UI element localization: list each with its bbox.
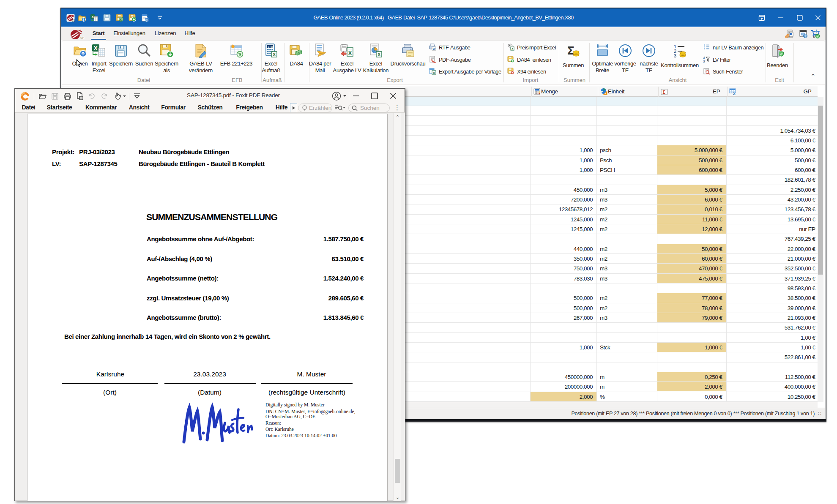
svg-text:X: X [377,52,381,57]
svg-text:W: W [433,47,436,50]
svg-text:X: X [348,50,352,56]
svg-text:0.00: 0.00 [268,46,274,49]
svg-text:X: X [433,71,435,75]
svg-text:Σ: Σ [662,90,665,94]
svg-text:3: 3 [674,53,676,58]
svg-text:Z: Z [703,60,705,63]
svg-text:X: X [94,45,98,52]
svg-text:X: X [273,52,276,57]
svg-text:23: 23 [80,36,84,40]
svg-text:Σ: Σ [733,91,736,95]
